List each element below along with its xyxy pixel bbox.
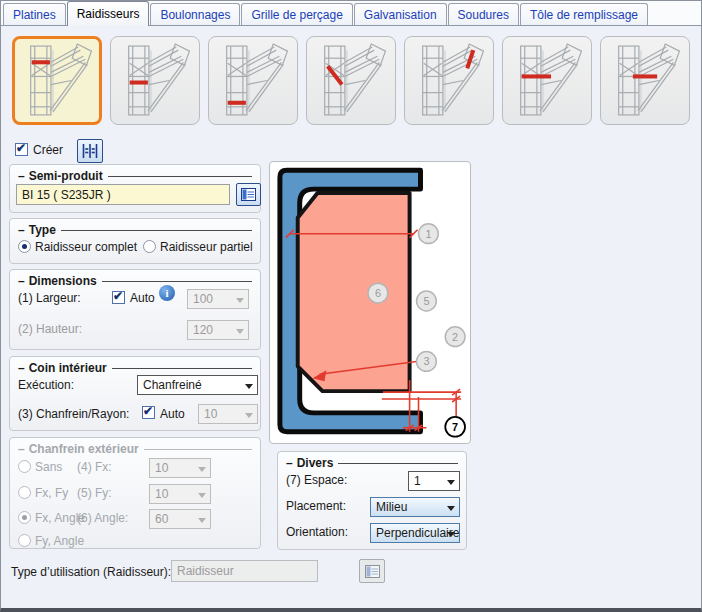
group-rule (61, 230, 252, 231)
chevron-down-icon (236, 298, 244, 303)
fy-angle-label: Fy, Angle (35, 534, 84, 548)
type-title: Type (29, 223, 56, 237)
semi-produit-title: Semi-produit (29, 169, 103, 183)
collapse-icon[interactable]: – (18, 361, 25, 375)
chanfrein-exterieur-title: Chanfrein extérieur (29, 442, 139, 456)
execution-label: Exécution: (18, 378, 74, 392)
fy-dropdown: 10 (149, 484, 211, 504)
tab-bar: PlatinesRaidisseursBoulonnagesGrille de … (1, 1, 701, 26)
raidisseur-complet-label: Raidisseur complet (35, 240, 137, 254)
stiffener-diagram: 1 6 5 2 3 7 (270, 162, 470, 443)
largeur-label: (1) Largeur: (18, 291, 81, 305)
espace-label: (7) Espace: (286, 473, 347, 487)
creer-checkbox[interactable] (15, 143, 28, 156)
placement-dropdown[interactable]: Milieu (370, 497, 460, 517)
divers-title: Divers (297, 456, 334, 470)
distribute-bars-icon (81, 143, 99, 159)
stiffener-thumbnail-5[interactable] (404, 36, 494, 125)
type-utilisation-label: Type d’utilisation (Raidisseur): (11, 565, 171, 579)
chanfrein-auto-label: Auto (160, 407, 185, 421)
group-rule (102, 281, 252, 282)
collapse-icon[interactable]: – (286, 456, 293, 470)
dimensions-group: – Dimensions (1) Largeur: Auto i 100 (2)… (9, 269, 261, 350)
raidisseur-complet-radio[interactable] (18, 240, 31, 253)
stiffener-diagram-panel: 1 6 5 2 3 7 (269, 161, 471, 444)
type-utilisation-input: Raidisseur (171, 560, 318, 582)
angle-label: (6) Angle: (77, 511, 128, 525)
group-rule (112, 368, 252, 369)
fx-angle-radio (18, 511, 31, 524)
stiffener-thumbnail-3[interactable] (208, 36, 298, 125)
fx-label: (4) Fx: (77, 460, 112, 474)
fx-fy-label: Fx, Fy (35, 486, 68, 500)
dimensions-title: Dimensions (29, 274, 97, 288)
chevron-down-icon (198, 518, 206, 523)
placement-label: Placement: (286, 499, 346, 513)
coin-interieur-title: Coin intérieur (29, 361, 107, 375)
chanfrein-auto-checkbox[interactable] (142, 406, 155, 419)
marker-2: 2 (452, 331, 458, 343)
chanfrein-exterieur-group: – Chanfrein extérieur Sans (4) Fx: 10 Fx… (9, 437, 261, 549)
type-utilisation-browse-button (359, 559, 385, 583)
stiffener-thumbnail-6[interactable] (502, 36, 592, 125)
chevron-down-icon (245, 413, 253, 418)
group-rule (338, 463, 458, 464)
stiffener-thumbnail-4[interactable] (306, 36, 396, 125)
chevron-down-icon (447, 532, 455, 537)
orientation-dropdown[interactable]: Perpendiculaire (370, 523, 460, 543)
chevron-down-icon (245, 384, 253, 389)
raidisseurs-dialog: PlatinesRaidisseursBoulonnagesGrille de … (0, 0, 702, 612)
tab-raidisseurs[interactable]: Raidisseurs (67, 1, 150, 26)
spacing-button[interactable] (77, 139, 103, 163)
raidisseur-partiel-radio[interactable] (143, 240, 156, 253)
type-group: – Type Raidisseur complet Raidisseur par… (9, 218, 261, 264)
stiffener-thumbnail-1[interactable] (12, 36, 102, 125)
tab-grille-de-per-age[interactable]: Grille de perçage (241, 3, 352, 25)
tab-t-le-de-remplissage[interactable]: Tôle de remplissage (520, 3, 648, 25)
execution-dropdown[interactable]: Chanfreiné (137, 375, 258, 395)
creer-label: Créer (33, 143, 63, 157)
collapse-icon[interactable]: – (18, 274, 25, 288)
stiffener-thumbnail-2[interactable] (110, 36, 200, 125)
semi-produit-group: – Semi-produit BI 15 ( S235JR ) (9, 164, 261, 213)
chanfrein-rayon-dropdown: 10 (198, 404, 258, 424)
sans-label: Sans (35, 460, 62, 474)
chevron-down-icon (198, 467, 206, 472)
stiffener-thumbnail-7[interactable] (600, 36, 690, 125)
sans-radio (18, 460, 31, 473)
chevron-down-icon (447, 480, 455, 485)
collapse-icon[interactable]: – (18, 223, 25, 237)
catalog-table-icon (241, 188, 256, 201)
catalog-table-icon (365, 565, 380, 578)
hauteur-label: (2) Hauteur: (18, 322, 82, 336)
info-icon[interactable]: i (159, 285, 175, 301)
semi-produit-input[interactable]: BI 15 ( S235JR ) (16, 184, 230, 205)
group-rule (108, 176, 252, 177)
marker-3: 3 (423, 355, 429, 367)
espace-dropdown[interactable]: 1 (408, 471, 460, 491)
marker-6: 6 (375, 287, 381, 299)
collapse-icon[interactable]: – (18, 169, 25, 183)
largeur-auto-checkbox[interactable] (112, 291, 125, 304)
marker-5: 5 (423, 295, 429, 307)
fy-angle-radio (18, 534, 31, 547)
tab-platines[interactable]: Platines (3, 3, 66, 25)
tab-boulonnages[interactable]: Boulonnages (150, 3, 240, 25)
angle-dropdown: 60 (149, 509, 211, 529)
fx-fy-radio (18, 486, 31, 499)
tab-soudures[interactable]: Soudures (448, 3, 519, 25)
chevron-down-icon (447, 506, 455, 511)
largeur-dropdown: 100 (187, 289, 249, 309)
raidisseur-partiel-label: Raidisseur partiel (160, 240, 253, 254)
thumbnail-row (12, 36, 690, 125)
chevron-down-icon (236, 329, 244, 334)
tab-galvanisation[interactable]: Galvanisation (354, 3, 447, 25)
chevron-down-icon (198, 493, 206, 498)
marker-7: 7 (452, 421, 458, 433)
divers-group: – Divers (7) Espace: 1 Placement: Milieu… (277, 451, 467, 550)
hauteur-dropdown: 120 (187, 320, 249, 340)
semi-produit-browse-button[interactable] (236, 183, 261, 206)
largeur-auto-label: Auto (130, 291, 155, 305)
group-rule (144, 449, 252, 450)
stiffener-plate (298, 193, 410, 391)
